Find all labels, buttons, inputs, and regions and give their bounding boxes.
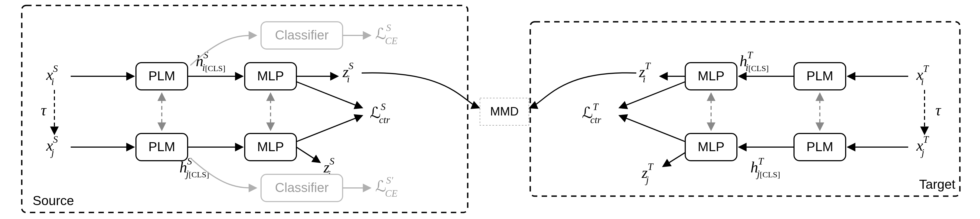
z-i-T: zTi [639,61,651,85]
h-i-cls-S: hSi[CLS] [196,50,226,73]
classifier-bot-label: Classifier [275,180,328,195]
plm-top-tgt-label: PLM [807,69,834,83]
tgt-to-ctr-bot [620,116,685,142]
diagram-root: Source Target xSi τ xSj PLM PLM hSi[CLS]… [0,0,980,219]
diagram-svg: Source Target xSi τ xSj PLM PLM hSi[CLS]… [0,0,980,219]
z-j-T: zTj [641,161,654,185]
h-i-cls-T: hTi[CLS] [740,50,769,73]
mmd-label: MMD [490,105,519,118]
L-CE-Sp: ℒS′CE [375,175,398,199]
source-label: Source [33,193,74,208]
mlp-bot-tgt-label: MLP [698,139,725,154]
z-i-S: zSi [342,61,353,85]
h-j-cls-T: hTj[CLS] [751,156,780,179]
L-ctr-S: ℒSctr [370,101,390,125]
mlp-top-src-label: MLP [257,69,284,83]
classifier-top-label: Classifier [275,28,328,42]
tgt-z-to-mmd [530,73,636,107]
source-panel [22,5,468,213]
plm-bot-tgt-label: PLM [807,139,834,154]
src-to-ctr-top [296,82,362,107]
src-z-to-mmd [362,73,479,107]
tgt-to-ctr-top [620,82,685,107]
src-mlp-j-out [296,147,320,162]
tau-target: τ [935,102,942,118]
mlp-top-tgt-label: MLP [698,69,725,83]
target-label: Target [919,177,955,192]
src-to-ctr-bot [296,116,362,142]
mlp-bot-src-label: MLP [257,139,284,154]
L-ctr-T: ℒTctr [582,101,601,125]
L-CE-S: ℒSCE [375,22,398,46]
h-j-cls-S: hSj[CLS] [180,156,209,179]
x-i-T: xTi [916,63,929,87]
plm-bot-src-label: PLM [148,139,175,154]
x-j-S: xSj [46,134,58,158]
tgt-mlp-j-out [663,152,685,166]
tau-source: τ [41,102,47,118]
x-i-S: xSi [46,63,58,87]
plm-top-src-label: PLM [148,69,175,83]
x-j-T: xTj [916,134,929,158]
